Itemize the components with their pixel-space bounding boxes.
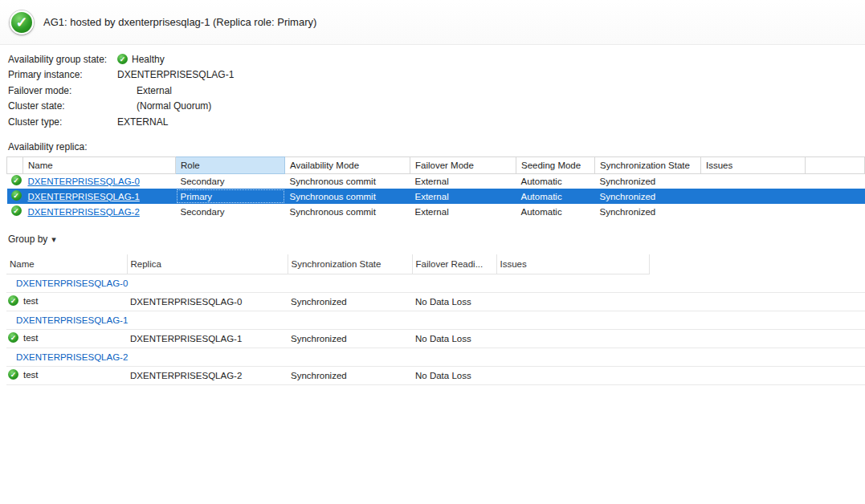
column-header-filler [649,254,865,274]
column-header-seeding-mode[interactable]: Seeding Mode [516,156,595,173]
summary-row-failover-mode: Failover mode: External [8,83,865,99]
availability-replica-label: Availability replica: [8,141,865,152]
group-name-cell: DXENTERPRISESQLAG-1 [6,311,865,329]
column-header-role[interactable]: Role [176,156,285,173]
summary-label: Primary instance: [8,69,117,80]
replica-name-cell: DXENTERPRISESQLAG-1 [23,189,176,204]
summary-value: (Normal Quorum) [137,100,211,112]
summary-value: EXTERNAL [117,116,168,128]
database-issues-cell [496,366,649,384]
database-name-cell: test [6,366,127,384]
database-replica-cell: DXENTERPRISESQLAG-1 [127,329,288,348]
database-failover-readiness-cell: No Data Loss [412,329,496,348]
page-title: AG1: hosted by dxenterprisesqlag-1 (Repl… [43,16,316,28]
replica-name-cell: DXENTERPRISESQLAG-2 [23,204,176,219]
database-filler-cell [649,329,865,348]
database-sync-state-cell: Synchronized [288,329,412,348]
replica-filler-cell [806,204,865,219]
replica-availability-mode-cell: Synchronous commit [285,204,410,219]
replica-link[interactable]: DXENTERPRISESQLAG-1 [28,192,140,201]
replica-seeding-mode-cell: Automatic [516,204,595,219]
column-header-name[interactable]: Name [6,254,127,274]
database-row[interactable]: test DXENTERPRISESQLAG-1 Synchronized No… [6,329,865,348]
database-sync-state-cell: Synchronized [288,292,412,311]
database-filler-cell [649,292,865,311]
replica-failover-mode-cell: External [410,173,516,189]
replica-row[interactable]: DXENTERPRISESQLAG-1 Primary Synchronous … [7,189,865,204]
healthy-icon [11,205,22,216]
column-header-replica[interactable]: Replica [127,254,288,274]
column-header-issues[interactable]: Issues [496,254,649,274]
summary-section: Availability group state: Healthy Primar… [0,45,865,130]
ag-healthy-icon [10,10,34,35]
group-replica-name: DXENTERPRISESQLAG-0 [16,278,128,288]
database-name: test [23,296,39,306]
replica-availability-mode-cell: Synchronous commit [285,189,410,204]
summary-row-cluster-type: Cluster type: EXTERNAL [8,114,865,130]
healthy-icon [11,190,22,201]
replica-row[interactable]: DXENTERPRISESQLAG-2 Secondary Synchronou… [7,204,865,219]
summary-value: DXENTERPRISESQLAG-1 [117,69,234,80]
healthy-icon [11,175,22,185]
replica-issues-cell [701,204,806,219]
replica-name-cell: DXENTERPRISESQLAG-0 [23,173,176,189]
replica-availability-mode-cell: Synchronous commit [285,173,410,189]
database-group-row[interactable]: DXENTERPRISESQLAG-2 [6,348,865,366]
chevron-down-icon [51,234,56,245]
healthy-icon [117,54,128,64]
database-replica-cell: DXENTERPRISESQLAG-2 [127,366,288,384]
replica-row[interactable]: DXENTERPRISESQLAG-0 Secondary Synchronou… [7,173,865,189]
column-header-filler [806,156,865,173]
replica-role-cell: Secondary [176,173,285,189]
summary-label: Availability group state: [8,54,117,65]
database-group-row[interactable]: DXENTERPRISESQLAG-1 [6,311,865,329]
column-header-synchronization-state[interactable]: Synchronization State [288,254,412,274]
summary-row-group-state: Availability group state: Healthy [8,51,865,67]
summary-label: Cluster type: [8,116,117,128]
column-header-issues[interactable]: Issues [701,156,806,173]
replica-seeding-mode-cell: Automatic [516,189,595,204]
group-replica-name: DXENTERPRISESQLAG-1 [16,315,128,325]
database-name: test [23,370,39,380]
replica-filler-cell [806,189,865,204]
replica-state-cell [7,173,23,189]
column-header-name[interactable]: Name [23,156,176,173]
column-header-icon [7,156,23,173]
summary-value: Healthy [132,54,165,65]
replica-link[interactable]: DXENTERPRISESQLAG-2 [28,207,140,217]
database-sync-state-cell: Synchronized [288,366,412,384]
availability-replica-table: Name Role Availability Mode Failover Mod… [6,156,865,220]
group-replica-name: DXENTERPRISESQLAG-2 [16,352,128,362]
database-name-cell: test [6,329,127,348]
database-group-row[interactable]: DXENTERPRISESQLAG-0 [6,274,865,292]
summary-row-primary-instance: Primary instance: DXENTERPRISESQLAG-1 [8,67,865,83]
summary-value: External [137,85,172,96]
replica-synchronization-state-cell: Synchronized [595,204,701,219]
replica-link[interactable]: DXENTERPRISESQLAG-0 [28,177,140,186]
column-header-failover-readiness[interactable]: Failover Readi... [412,254,496,274]
dashboard-header: AG1: hosted by dxenterprisesqlag-1 (Repl… [0,0,865,45]
group-name-cell: DXENTERPRISESQLAG-0 [6,274,865,292]
column-header-synchronization-state[interactable]: Synchronization State [595,156,701,173]
group-by-label: Group by [8,234,47,245]
database-name-cell: test [6,292,127,311]
database-issues-cell [496,292,649,311]
replica-role-cell: Primary [176,189,285,204]
database-filler-cell [649,366,865,384]
database-table: Name Replica Synchronization State Failo… [6,254,865,385]
replica-issues-cell [701,189,806,204]
replica-failover-mode-cell: External [410,204,516,219]
summary-label: Cluster state: [8,100,117,112]
database-row[interactable]: test DXENTERPRISESQLAG-0 Synchronized No… [6,292,865,311]
replica-seeding-mode-cell: Automatic [516,173,595,189]
database-failover-readiness-cell: No Data Loss [412,366,496,384]
database-issues-cell [496,329,649,348]
group-by-dropdown[interactable]: Group by [8,234,56,245]
replica-synchronization-state-cell: Synchronized [595,189,701,204]
column-header-failover-mode[interactable]: Failover Mode [410,156,516,173]
summary-label: Failover mode: [8,85,117,96]
database-name: test [23,333,39,343]
database-row[interactable]: test DXENTERPRISESQLAG-2 Synchronized No… [6,366,865,384]
replica-failover-mode-cell: External [410,189,516,204]
column-header-availability-mode[interactable]: Availability Mode [285,156,410,173]
